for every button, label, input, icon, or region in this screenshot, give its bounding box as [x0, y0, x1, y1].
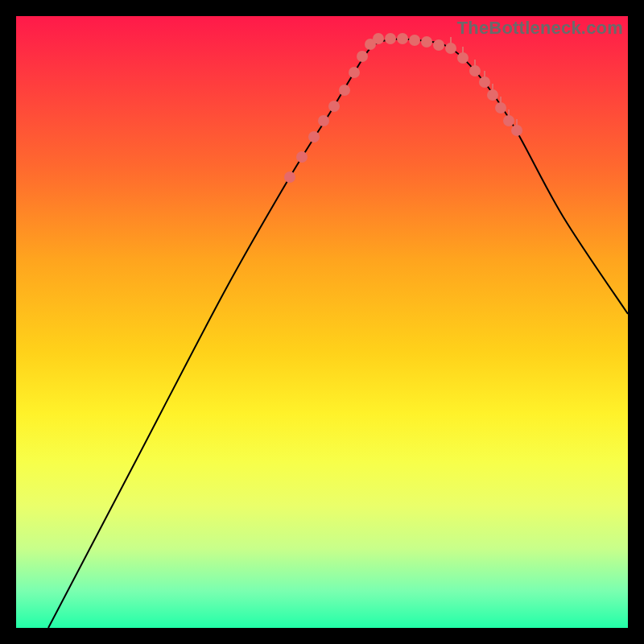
highlight-dot [373, 33, 384, 44]
bottleneck-curve-line [48, 39, 628, 628]
chart-frame: TheBottleneck.com [16, 16, 628, 628]
highlight-dots [284, 33, 522, 183]
watermark-text: TheBottleneck.com [457, 18, 623, 39]
bottleneck-chart [16, 16, 628, 628]
highlight-dot [328, 101, 340, 112]
highlight-dot [409, 35, 420, 46]
highlight-dot [421, 36, 432, 47]
highlight-dot [385, 33, 396, 44]
highlight-dot [284, 171, 295, 183]
highlight-dot [318, 115, 329, 126]
curve-path [48, 39, 628, 628]
highlight-dot [397, 33, 408, 44]
highlight-dot [433, 39, 444, 51]
highlight-dot [308, 131, 320, 142]
highlight-dot [296, 151, 308, 163]
highlight-dot [349, 67, 360, 78]
highlight-dot [339, 85, 350, 96]
highlight-dot [357, 51, 368, 62]
